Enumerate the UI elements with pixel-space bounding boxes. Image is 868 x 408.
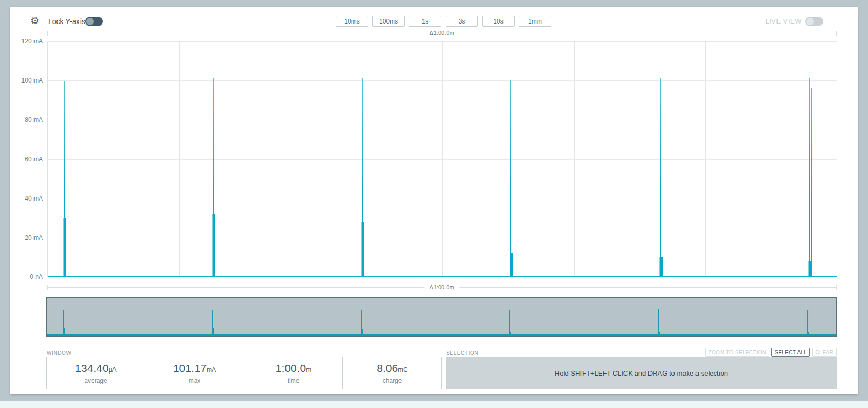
stat-average: 134.40µAaverage xyxy=(47,357,145,389)
time-window-button-3s[interactable]: 3s xyxy=(446,16,478,27)
selection-help-text: Hold SHIFT+LEFT CLICK and DRAG to make a… xyxy=(555,369,728,377)
time-window-button-1min[interactable]: 1min xyxy=(519,16,551,27)
y-gridline xyxy=(48,277,837,277)
time-delta-label-bottom: Δ1:00.0m xyxy=(424,284,459,291)
selection-area[interactable]: Hold SHIFT+LEFT CLICK and DRAG to make a… xyxy=(446,357,837,389)
y-axis-tick-label: 60 mA xyxy=(25,156,43,163)
stat-label: charge xyxy=(383,377,402,384)
x-gridline xyxy=(311,41,311,277)
selection-section-label: SELECTION xyxy=(446,350,478,356)
y-axis-tick-label: 40 mA xyxy=(25,195,43,202)
ruler-end-tick xyxy=(47,285,48,290)
stat-unit: mC xyxy=(398,366,408,374)
chart-plot-area[interactable]: 120 mA100 mA80 mA60 mA40 mA20 mA0 nA xyxy=(47,41,837,277)
current-baseline xyxy=(48,276,837,277)
ruler-end-tick xyxy=(836,31,837,36)
stat-value: 134.40µA xyxy=(75,362,116,376)
minimap-spike xyxy=(658,309,659,336)
current-spike xyxy=(213,78,214,277)
minimap-spike xyxy=(807,310,808,336)
stat-value: 8.06mC xyxy=(376,362,408,376)
minimap-spike xyxy=(63,310,64,336)
settings-gear-icon[interactable]: ⚙ xyxy=(30,15,39,27)
window-bottom-strip xyxy=(0,401,868,408)
stat-label: time xyxy=(288,377,300,384)
minimap-baseline xyxy=(47,334,836,336)
time-window-button-100ms[interactable]: 100ms xyxy=(372,16,405,27)
time-window-button-10s[interactable]: 10s xyxy=(482,16,515,27)
stat-time: 1:00.0mtime xyxy=(244,357,343,389)
time-delta-ruler-bottom: Δ1:00.0m xyxy=(47,284,837,290)
zoom-to-selection-button: ZOOM TO SELECTION xyxy=(705,348,770,357)
select-all-button[interactable]: SELECT ALL xyxy=(771,348,810,357)
y-axis-tick-label: 120 mA xyxy=(21,38,43,45)
lock-y-axis-label: Lock Y-axis xyxy=(48,17,85,26)
toggle-knob xyxy=(806,18,814,25)
current-spike xyxy=(660,78,661,277)
stat-label: average xyxy=(84,377,107,384)
current-spike xyxy=(362,78,363,277)
window-button-group: 10ms100ms1s3s10s1min xyxy=(336,16,551,27)
selection-button-group: ZOOM TO SELECTIONSELECT ALLCLEAR xyxy=(705,348,837,357)
time-window-button-1s[interactable]: 1s xyxy=(409,16,441,27)
stat-max: 101.17mAmax xyxy=(145,357,244,389)
lock-y-axis-toggle[interactable] xyxy=(85,17,103,26)
time-delta-ruler-top: Δ1:00.0m xyxy=(47,30,837,36)
stat-label: max xyxy=(189,377,201,384)
toggle-knob xyxy=(86,18,94,25)
current-spike-secondary xyxy=(811,88,812,277)
y-axis-tick-label: 80 mA xyxy=(25,116,43,123)
chart-minimap-scrubber[interactable] xyxy=(46,297,837,337)
y-axis-tick-label: 0 nA xyxy=(30,273,43,281)
stat-value: 1:00.0m xyxy=(276,362,311,376)
time-delta-label-top: Δ1:00.0m xyxy=(424,30,459,37)
x-gridline xyxy=(705,41,706,277)
time-window-button-10ms[interactable]: 10ms xyxy=(336,16,368,27)
stat-unit: µA xyxy=(109,366,117,374)
live-view-label: LIVE VIEW xyxy=(765,17,802,25)
minimap-spike xyxy=(509,310,510,336)
current-spike xyxy=(510,80,511,277)
x-gridline xyxy=(179,41,180,277)
stat-charge: 8.06mCcharge xyxy=(343,357,441,389)
window-section-label: WINDOW xyxy=(47,350,71,356)
ruler-end-tick xyxy=(47,31,48,36)
ruler-end-tick xyxy=(836,285,837,290)
current-spike xyxy=(809,78,810,277)
y-axis-tick-label: 100 mA xyxy=(21,77,43,84)
live-view-toggle[interactable] xyxy=(805,17,823,26)
stat-value: 101.17mA xyxy=(173,362,216,376)
x-gridline xyxy=(574,41,575,277)
app-panel: ⚙ Lock Y-axis 10ms100ms1s3s10s1min LIVE … xyxy=(10,7,858,394)
x-gridline xyxy=(442,41,443,277)
minimap-spike xyxy=(361,310,362,336)
current-spike xyxy=(64,81,65,277)
minimap-spike xyxy=(212,310,213,336)
stat-unit: m xyxy=(306,366,311,374)
clear-button: CLEAR xyxy=(812,348,837,357)
stat-unit: mA xyxy=(207,366,216,374)
window-stats: 134.40µAaverage101.17mAmax1:00.0mtime8.0… xyxy=(46,357,442,389)
y-axis-tick-label: 20 mA xyxy=(25,234,43,241)
